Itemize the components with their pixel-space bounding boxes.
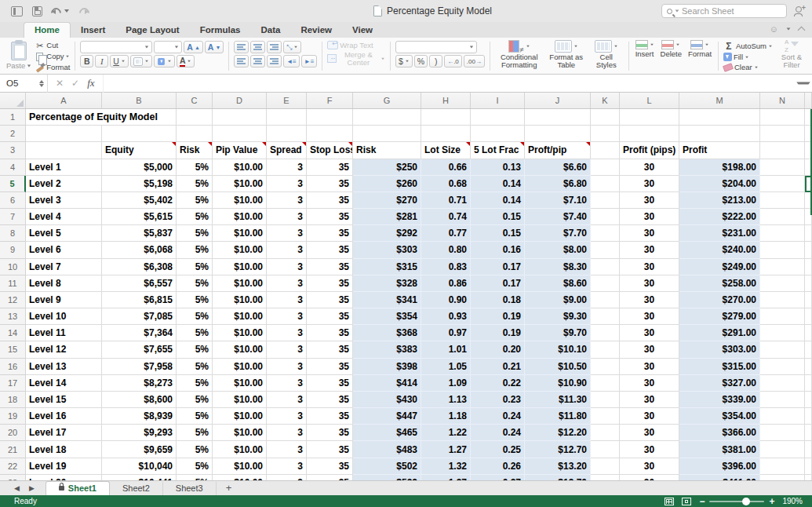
cell-I7[interactable]: 0.15 bbox=[471, 209, 525, 225]
fill-color-button[interactable] bbox=[154, 55, 175, 67]
cell-L4[interactable]: 30 bbox=[620, 159, 679, 176]
cell-F10[interactable]: 35 bbox=[307, 259, 353, 275]
cell-G16[interactable]: $398 bbox=[353, 359, 421, 375]
cell-M5[interactable]: $204.00 bbox=[679, 176, 760, 192]
fill-button[interactable]: Fill bbox=[723, 53, 773, 61]
cell-H17[interactable]: 1.09 bbox=[421, 375, 471, 392]
feedback-caret-icon[interactable] bbox=[787, 27, 791, 30]
cell-B10[interactable]: $6,308 bbox=[102, 259, 177, 275]
cell-H18[interactable]: 1.13 bbox=[421, 392, 471, 408]
row-header-23[interactable]: 23 bbox=[0, 475, 26, 480]
cell-J11[interactable]: $8.60 bbox=[525, 275, 591, 292]
cell-E8[interactable]: 3 bbox=[267, 225, 307, 242]
cell-F12[interactable]: 35 bbox=[307, 292, 353, 308]
cell-J3[interactable]: Proft/pip bbox=[525, 142, 591, 159]
cell-J4[interactable]: $6.60 bbox=[525, 159, 591, 176]
cell-B8[interactable]: $5,837 bbox=[102, 225, 177, 242]
cell-A5[interactable]: Level 2 bbox=[26, 176, 102, 192]
cell-K16[interactable] bbox=[591, 359, 620, 375]
cell-N5[interactable] bbox=[760, 176, 805, 192]
cell-B20[interactable]: $9,293 bbox=[102, 425, 177, 441]
name-box[interactable]: O5 bbox=[0, 75, 36, 93]
cell-N12[interactable] bbox=[760, 292, 805, 308]
cell-F2[interactable] bbox=[307, 126, 353, 142]
cut-button[interactable]: Cut bbox=[35, 41, 70, 50]
cell-N10[interactable] bbox=[760, 259, 805, 275]
cell-L20[interactable]: 30 bbox=[620, 425, 679, 441]
cell-H11[interactable]: 0.86 bbox=[421, 275, 471, 292]
cell-K7[interactable] bbox=[591, 209, 620, 225]
cell-F20[interactable]: 35 bbox=[307, 425, 353, 441]
cell-M7[interactable]: $222.00 bbox=[679, 209, 760, 225]
cell-J20[interactable]: $12.20 bbox=[525, 425, 591, 441]
cell-L2[interactable] bbox=[620, 126, 679, 142]
cell-B19[interactable]: $8,939 bbox=[102, 408, 177, 425]
cell-D6[interactable]: $10.00 bbox=[213, 192, 267, 209]
cell-F17[interactable]: 35 bbox=[307, 375, 353, 392]
cell-K1[interactable] bbox=[591, 109, 620, 126]
cell-B13[interactable]: $7,085 bbox=[102, 308, 177, 325]
cell-E6[interactable]: 3 bbox=[267, 192, 307, 209]
decrease-indent-button[interactable]: ◄≡ bbox=[283, 55, 300, 67]
cell-B4[interactable]: $5,000 bbox=[102, 159, 177, 176]
cell-N21[interactable] bbox=[760, 441, 805, 458]
delete-cells-button[interactable]: Delete bbox=[657, 40, 685, 72]
cell-A17[interactable]: Level 14 bbox=[26, 375, 102, 392]
cell-F23[interactable]: 35 bbox=[307, 475, 353, 480]
format-painter-button[interactable]: Format bbox=[35, 63, 70, 72]
cell-F5[interactable]: 35 bbox=[307, 176, 353, 192]
cell-N2[interactable] bbox=[760, 126, 805, 142]
cell-M4[interactable]: $198.00 bbox=[679, 159, 760, 176]
column-header-L[interactable]: L bbox=[620, 93, 679, 108]
cell-A22[interactable]: Level 19 bbox=[26, 458, 102, 475]
cell-M21[interactable]: $381.00 bbox=[679, 441, 760, 458]
cell-A19[interactable]: Level 16 bbox=[26, 408, 102, 425]
cell-A23[interactable]: Level 20 bbox=[26, 475, 102, 480]
cell-A9[interactable]: Level 6 bbox=[26, 242, 102, 258]
cell-N19[interactable] bbox=[760, 408, 805, 425]
cell-C18[interactable]: 5% bbox=[177, 392, 213, 408]
autosum-button[interactable]: ΣAutoSum bbox=[723, 41, 773, 51]
decrease-font-button[interactable]: A▼ bbox=[205, 41, 224, 53]
cell-A4[interactable]: Level 1 bbox=[26, 159, 102, 176]
cell-D2[interactable] bbox=[213, 126, 267, 142]
cell-L19[interactable]: 30 bbox=[620, 408, 679, 425]
align-middle-button[interactable] bbox=[250, 41, 265, 53]
row-header-21[interactable]: 21 bbox=[0, 441, 26, 458]
cell-J10[interactable]: $8.30 bbox=[525, 259, 591, 275]
cell-L8[interactable]: 30 bbox=[620, 225, 679, 242]
cell-J23[interactable]: $13.70 bbox=[525, 475, 591, 480]
row-header-1[interactable]: 1 bbox=[0, 109, 26, 126]
cell-F1[interactable] bbox=[307, 109, 353, 126]
cell-M12[interactable]: $270.00 bbox=[679, 292, 760, 308]
cell-E5[interactable]: 3 bbox=[267, 176, 307, 192]
cell-L23[interactable]: 30 bbox=[620, 475, 679, 480]
cell-D16[interactable]: $10.00 bbox=[213, 359, 267, 375]
cell-K13[interactable] bbox=[591, 308, 620, 325]
zoom-out-icon[interactable]: − bbox=[699, 498, 705, 505]
zoom-slider[interactable] bbox=[709, 501, 764, 502]
sheet-tab-sheet1[interactable]: Sheet1 bbox=[46, 481, 110, 495]
cell-G12[interactable]: $341 bbox=[353, 292, 421, 308]
cell-F9[interactable]: 35 bbox=[307, 242, 353, 258]
enter-icon[interactable]: ✓ bbox=[71, 78, 79, 89]
cell-I20[interactable]: 0.24 bbox=[471, 425, 525, 441]
cell-H22[interactable]: 1.32 bbox=[421, 458, 471, 475]
cell-H20[interactable]: 1.22 bbox=[421, 425, 471, 441]
cell-H16[interactable]: 1.05 bbox=[421, 359, 471, 375]
cell-O14[interactable] bbox=[805, 325, 812, 341]
column-header-M[interactable]: M bbox=[679, 93, 760, 108]
cell-B11[interactable]: $6,557 bbox=[102, 275, 177, 292]
cell-A18[interactable]: Level 15 bbox=[26, 392, 102, 408]
cell-F8[interactable]: 35 bbox=[307, 225, 353, 242]
cell-O23[interactable] bbox=[805, 475, 812, 480]
insert-cells-button[interactable]: Insert bbox=[632, 40, 657, 72]
cell-B2[interactable] bbox=[102, 126, 177, 142]
cell-B23[interactable]: $10,441 bbox=[102, 475, 177, 480]
cell-D11[interactable]: $10.00 bbox=[213, 275, 267, 292]
cell-J22[interactable]: $13.20 bbox=[525, 458, 591, 475]
row-header-8[interactable]: 8 bbox=[0, 225, 26, 242]
cell-I23[interactable]: 0.27 bbox=[471, 475, 525, 480]
underline-button[interactable]: U bbox=[110, 55, 129, 67]
cell-D8[interactable]: $10.00 bbox=[213, 225, 267, 242]
